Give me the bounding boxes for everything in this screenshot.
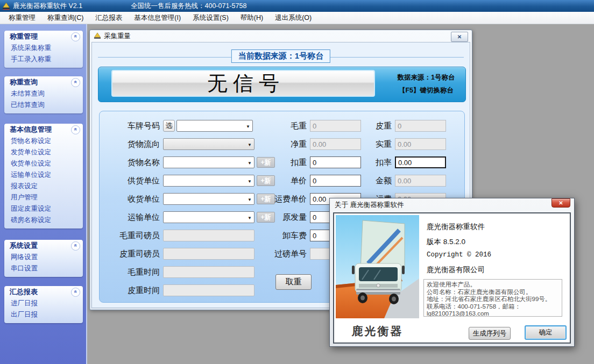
app-title: 鹿光衡器称重软件 V2.1 bbox=[13, 2, 82, 11]
truck-illustration bbox=[336, 215, 419, 318]
truck-caption: 鹿光衡器 bbox=[336, 324, 419, 339]
supplier-combo[interactable]: ▼ bbox=[163, 175, 254, 187]
info-line: 地址：河北省石家庄鹿泉区石柏北大街99号。 bbox=[427, 296, 559, 303]
sidebar-item-scale-house-name[interactable]: 磅房名称设定 bbox=[4, 215, 83, 226]
sidebar-header-system-settings[interactable]: 系统设置 « bbox=[4, 240, 83, 252]
menu-exit[interactable]: 退出系统(O) bbox=[269, 12, 317, 24]
receiver-label: 收货单位 bbox=[104, 194, 160, 204]
product-version: 版本 8.5.2.0 bbox=[427, 237, 465, 247]
form-right-column: 皮重 实重 扣率 金额 bbox=[344, 119, 452, 205]
sidebar-header-weigh-query[interactable]: 称重查询 « bbox=[4, 76, 83, 88]
sidebar-item-network-settings[interactable]: 网络设置 bbox=[4, 252, 83, 263]
net-weight-label: 净重 bbox=[253, 139, 307, 149]
sidebar-item-unsettled-query[interactable]: 未结算查询 bbox=[4, 88, 83, 99]
sidebar-item-system-collect[interactable]: 系统采集称重 bbox=[4, 42, 83, 54]
menubar: 称重管理 称重查询(C) 汇总报表 基本信息管理(I) 系统设置(S) 帮助(H… bbox=[0, 12, 594, 24]
receiver-combo[interactable]: ▼ bbox=[163, 193, 254, 205]
sidebar-header-label: 系统设置 bbox=[10, 241, 38, 251]
chevron-down-icon: ▼ bbox=[247, 142, 252, 147]
sidebar-item-serial-settings[interactable]: 串口设置 bbox=[4, 263, 83, 274]
gross-operator-field bbox=[163, 230, 254, 241]
product-name: 鹿光衡器称重软件 bbox=[427, 222, 485, 232]
sidebar-section-system-settings: 系统设置 « 网络设置 串口设置 bbox=[4, 240, 83, 277]
window-logo-icon bbox=[94, 32, 101, 40]
sidebar-item-inbound-daily[interactable]: 进厂日报 bbox=[4, 298, 83, 309]
chevron-down-icon: ▼ bbox=[247, 197, 252, 202]
gross-time-label: 毛重时间 bbox=[104, 267, 160, 277]
menu-system-settings[interactable]: 系统设置(S) bbox=[187, 12, 235, 24]
sidebar-item-sender-unit[interactable]: 发货单位设定 bbox=[4, 147, 83, 158]
window-close-icon[interactable]: ✕ bbox=[451, 32, 468, 42]
company-info-box: 欢迎使用本产品。 公司名称：石家庄鹿光衡器有限公司。 地址：河北省石家庄鹿泉区石… bbox=[423, 279, 562, 317]
app-root: 鹿光衡器称重软件 V2.1 全国统一售后服务热线：400-071-5758 称重… bbox=[0, 0, 594, 364]
tare-weight-label: 皮重 bbox=[344, 121, 392, 131]
transporter-combo[interactable]: ▼ bbox=[163, 211, 254, 223]
sidebar-item-outbound-daily[interactable]: 出厂日报 bbox=[4, 309, 83, 320]
info-line: 公司名称：石家庄鹿光衡器有限公司。 bbox=[427, 289, 559, 296]
collapse-chevron-icon[interactable]: « bbox=[71, 32, 80, 41]
sidebar-header-summary-report[interactable]: 汇总报表 « bbox=[4, 286, 83, 298]
menu-summary-report[interactable]: 汇总报表 bbox=[89, 12, 128, 24]
cargo-flow-combo[interactable]: ▼ bbox=[163, 138, 254, 150]
sidebar-item-transport-unit[interactable]: 运输单位设定 bbox=[4, 169, 83, 181]
deduct-rate-label: 扣率 bbox=[344, 158, 392, 168]
weight-panel: 无信号 数据来源：1号称台 【F5】键切换称台 bbox=[98, 67, 466, 102]
chevron-down-icon: ▼ bbox=[247, 216, 252, 220]
sidebar-header-label: 称重查询 bbox=[10, 77, 38, 87]
tare-operator-label: 皮重司磅员 bbox=[104, 249, 160, 259]
tare-weight-field bbox=[395, 120, 446, 132]
collapse-chevron-icon[interactable]: « bbox=[71, 78, 80, 87]
deduct-rate-field[interactable] bbox=[395, 156, 446, 168]
amount-label: 金额 bbox=[344, 176, 392, 186]
sidebar-header-weigh-manage[interactable]: 称重管理 « bbox=[4, 31, 83, 42]
menu-weigh-manage[interactable]: 称重管理 bbox=[3, 12, 41, 24]
sidebar-section-basic-info: 基本信息管理 « 货物名称设定 发货单位设定 收货单位设定 运输单位设定 报表设… bbox=[4, 124, 83, 229]
cargo-name-label: 货物名称 bbox=[104, 158, 160, 168]
weight-source-label: 数据来源：1号称台 bbox=[389, 71, 463, 84]
sidebar-section-weigh-manage: 称重管理 « 系统采集称重 手工录入称重 bbox=[4, 31, 83, 68]
gross-operator-label: 毛重司磅员 bbox=[104, 231, 160, 241]
sidebar-item-report-setting[interactable]: 报表设定 bbox=[4, 181, 83, 192]
ticket-number-label: 过磅单号 bbox=[253, 249, 307, 259]
take-weight-button[interactable]: 取重 bbox=[275, 274, 312, 290]
sidebar-item-user-manage[interactable]: 用户管理 bbox=[4, 192, 83, 203]
sidebar-item-cargo-name[interactable]: 货物名称设定 bbox=[4, 135, 83, 147]
switch-scale-hint: 【F5】键切换称台 bbox=[389, 84, 463, 97]
dialog-close-icon[interactable]: ✕ bbox=[551, 198, 570, 208]
info-line: 欢迎使用本产品。 bbox=[427, 281, 559, 289]
sidebar-header-label: 基本信息管理 bbox=[10, 125, 52, 134]
sidebar-header-basic-info[interactable]: 基本信息管理 « bbox=[4, 124, 83, 135]
about-dialog-content: 鹿光衡器 鹿光衡器称重软件 版本 8.5.2.0 Copyright © 201… bbox=[333, 212, 571, 344]
weight-readout: 无信号 bbox=[111, 70, 375, 97]
chevron-down-icon: ▼ bbox=[247, 179, 252, 184]
cargo-name-combo[interactable]: ▼ bbox=[163, 156, 254, 168]
generate-serial-button[interactable]: 生成序列号 bbox=[469, 327, 511, 340]
titlebar: 鹿光衡器称重软件 V2.1 全国统一售后服务热线：400-071-5758 bbox=[0, 0, 594, 12]
menu-weigh-query[interactable]: 称重查询(C) bbox=[41, 12, 89, 24]
chevron-down-icon: ▼ bbox=[247, 161, 252, 166]
company-name: 鹿光衡器有限公司 bbox=[427, 265, 485, 275]
collapse-chevron-icon[interactable]: « bbox=[71, 125, 80, 134]
sidebar-item-settled-query[interactable]: 已结算查询 bbox=[4, 99, 83, 111]
hotline-text: 全国统一售后服务热线：400-071-5758 bbox=[131, 0, 246, 12]
menu-basic-info[interactable]: 基本信息管理(I) bbox=[128, 12, 187, 24]
collapse-chevron-icon[interactable]: « bbox=[71, 288, 80, 297]
collapse-chevron-icon[interactable]: « bbox=[71, 241, 80, 251]
plate-select-button[interactable]: 选 bbox=[163, 120, 175, 132]
sidebar-item-receiver-unit[interactable]: 收货单位设定 bbox=[4, 158, 83, 169]
sidebar-item-manual-entry[interactable]: 手工录入称重 bbox=[4, 54, 83, 65]
chevron-down-icon: ▼ bbox=[246, 124, 250, 129]
plate-number-combo[interactable]: ▼ bbox=[176, 120, 253, 132]
original-qty-label: 原发量 bbox=[253, 212, 307, 223]
sidebar-header-label: 汇总报表 bbox=[10, 287, 38, 297]
unit-price-label: 单价 bbox=[253, 176, 307, 186]
info-line: 联系电话：400-071-5758，邮箱： bbox=[427, 303, 559, 311]
gross-time-field bbox=[163, 266, 254, 278]
tare-time-label: 皮重时间 bbox=[104, 286, 160, 296]
menu-help[interactable]: 帮助(H) bbox=[235, 12, 269, 24]
actual-weight-label: 实重 bbox=[344, 139, 392, 149]
sidebar-item-fixed-tare[interactable]: 固定皮重设定 bbox=[4, 203, 83, 215]
ok-button[interactable]: 确定 bbox=[525, 325, 567, 340]
data-source-banner: 当前数据来源：1号称台 bbox=[231, 49, 330, 63]
about-dialog-title: 关于 鹿光衡器称重软件 bbox=[330, 198, 574, 212]
